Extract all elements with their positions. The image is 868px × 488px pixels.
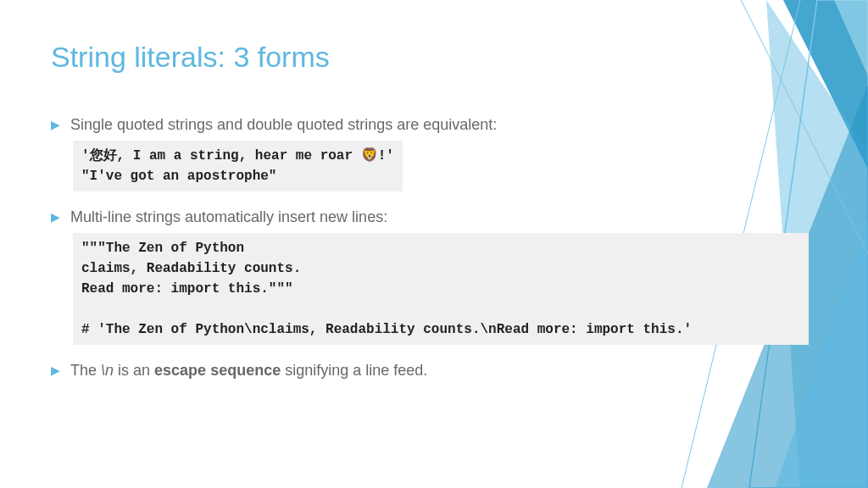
bullet-1: ▶ Single quoted strings and double quote… [51, 114, 817, 136]
bullet-marker-icon: ▶ [51, 210, 60, 224]
bullet-3-prefix: The [70, 362, 101, 379]
escape-char: \n [101, 362, 114, 379]
code-block-2: """The Zen of Python claims, Readability… [73, 233, 809, 345]
bullet-3: ▶ The \n is an escape sequence signifyin… [51, 360, 817, 381]
bullet-1-text: Single quoted strings and double quoted … [70, 114, 497, 136]
bullet-marker-icon: ▶ [51, 363, 60, 377]
code-block-1: '您好, I am a string, hear me roar 🦁!' "I'… [73, 141, 403, 191]
bullet-3-bold: escape sequence [154, 362, 281, 379]
bullet-2: ▶ Multi-line strings automatically inser… [51, 207, 817, 228]
slide-title: String literals: 3 forms [51, 41, 817, 74]
bullet-3-text: The \n is an escape sequence signifying … [70, 360, 427, 381]
bullet-3-suffix: signifying a line feed. [281, 362, 427, 379]
bullet-marker-icon: ▶ [51, 118, 60, 131]
bullet-3-mid: is an [114, 362, 154, 379]
bullet-2-text: Multi-line strings automatically insert … [70, 207, 387, 228]
